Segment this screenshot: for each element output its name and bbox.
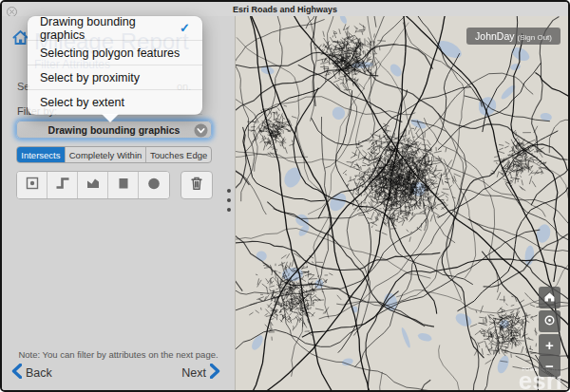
point-tool-button[interactable] <box>17 172 48 198</box>
tab-completely-within[interactable]: Completely Within <box>66 147 147 162</box>
checkmark-icon: ✓ <box>180 21 190 35</box>
polygon-icon <box>85 175 102 196</box>
polyline-tool-button[interactable] <box>48 172 78 198</box>
popover-item-label: Drawing bounding graphics <box>40 15 180 42</box>
rectangle-icon <box>115 175 132 196</box>
close-icon[interactable] <box>7 4 17 14</box>
map-canvas[interactable] <box>236 16 568 390</box>
draw-tool-group <box>16 171 170 199</box>
zoom-out-button[interactable]: − <box>539 355 560 377</box>
sign-out-link: (Sign Out) <box>518 33 552 42</box>
mileage-report-panel: Mileage Report Filter Attributes Se on. … <box>2 16 235 390</box>
locate-icon <box>543 313 556 330</box>
chevron-down-icon <box>194 123 208 138</box>
clear-graphics-button[interactable] <box>180 171 213 199</box>
home-extent-icon <box>543 289 556 307</box>
popover-item-select-by-proximity[interactable]: Select by proximity <box>28 65 202 90</box>
polygon-tool-button[interactable] <box>78 172 108 198</box>
popover-item-drawing-bounding-graphics[interactable]: Drawing bounding graphics ✓ <box>28 16 202 41</box>
next-label: Next <box>181 366 206 380</box>
selection-method-popover: Drawing bounding graphics ✓ Selecting po… <box>28 16 202 115</box>
user-name: JohnDay <box>475 30 514 42</box>
popover-item-label: Select by proximity <box>40 71 140 84</box>
tab-intersects[interactable]: Intersects <box>17 147 66 162</box>
polyline-icon <box>54 175 71 196</box>
chevron-left-icon <box>11 364 22 383</box>
back-button[interactable]: Back <box>11 364 52 383</box>
circle-tool-button[interactable] <box>139 172 169 198</box>
point-icon <box>24 175 41 196</box>
popover-item-label: Selecting polygon features <box>40 47 180 60</box>
popover-caret <box>102 114 119 122</box>
back-label: Back <box>26 366 52 380</box>
panel-resize-handle[interactable] <box>227 189 231 212</box>
note-text: Note: You can filter by attributes on th… <box>2 349 235 360</box>
map-view: JohnDay (Sign Out) + − <box>235 16 568 390</box>
rectangle-tool-button[interactable] <box>108 172 139 198</box>
next-button[interactable]: Next <box>181 364 220 383</box>
dropdown-value: Drawing bounding graphics <box>48 124 180 136</box>
user-badge[interactable]: JohnDay (Sign Out) <box>466 28 560 45</box>
popover-item-label: Select by extent <box>40 96 124 109</box>
circle-icon <box>145 175 162 196</box>
window-title: Esri Roads and Highways <box>233 5 337 14</box>
zoom-in-button[interactable]: + <box>539 334 560 356</box>
trash-icon <box>188 175 205 196</box>
popover-item-selecting-polygon-features[interactable]: Selecting polygon features <box>28 41 202 65</box>
popover-item-select-by-extent[interactable]: Select by extent <box>28 90 202 115</box>
map-locate-button[interactable] <box>539 310 560 332</box>
map-home-button[interactable] <box>539 287 560 308</box>
selection-method-dropdown[interactable]: Drawing bounding graphics <box>16 121 212 139</box>
spatial-relation-tabs: Intersects Completely Within Touches Edg… <box>16 146 212 163</box>
chevron-right-icon <box>210 364 220 383</box>
app-window: Esri Roads and Highways Mileage Report F… <box>0 0 570 392</box>
tab-touches-edge[interactable]: Touches Edge <box>146 147 211 162</box>
